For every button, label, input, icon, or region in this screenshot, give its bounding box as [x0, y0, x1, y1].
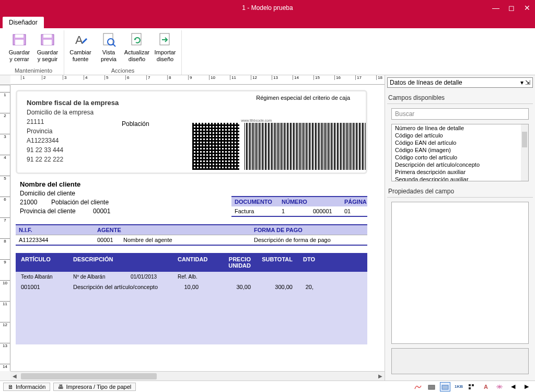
field-list-scrollbar[interactable]: [521, 124, 528, 181]
horizontal-scrollbar[interactable]: ◀ ▶: [10, 371, 385, 381]
view-mode-6-icon[interactable]: A: [481, 382, 491, 391]
view-mode-3-icon[interactable]: [440, 382, 450, 391]
scroll-left-small-icon[interactable]: ◀: [508, 382, 518, 391]
barcode-label: www.tthbcode.com: [241, 119, 272, 122]
client-city: Población del cliente: [51, 199, 109, 206]
maximize-button[interactable]: ◻: [504, 0, 519, 16]
printer-icon: 🖶: [58, 384, 64, 390]
ruler-vertical: 12345678910111213141516: [0, 85, 10, 371]
fields-title: Campos disponibles: [387, 92, 533, 104]
save-close-button[interactable]: Guardar y cerrar: [6, 30, 32, 66]
field-item[interactable]: Código EAN del artículo: [392, 139, 528, 146]
client-code: 00001: [93, 207, 110, 215]
save-continue-icon: [39, 31, 56, 48]
ribbon-group-maintenance: Mantenimiento: [15, 66, 52, 75]
ribbon-group-actions: Acciones: [111, 66, 135, 75]
info-button[interactable]: 🗎 Información: [3, 383, 50, 391]
props-title: Propiedades del campo: [387, 186, 533, 198]
client-block[interactable]: Nombre del cliente Domicilio del cliente…: [16, 180, 367, 215]
svg-rect-2: [15, 40, 24, 45]
client-province: Provincia del cliente: [20, 207, 76, 215]
svg-rect-14: [469, 387, 471, 389]
change-font-button[interactable]: A Cambiar fuente: [67, 30, 94, 66]
view-mode-5-icon[interactable]: [467, 382, 478, 391]
properties-footer: [391, 348, 529, 374]
svg-rect-4: [43, 34, 52, 38]
svg-rect-12: [442, 385, 448, 389]
import-design-button[interactable]: Importar diseño: [152, 30, 178, 66]
statusbar: 🗎 Información 🖶 Impresora / Tipo de pape…: [0, 381, 535, 392]
font-icon: A: [72, 31, 89, 48]
properties-box[interactable]: [391, 202, 529, 344]
document-table[interactable]: DOCUMENTONÚMEROPÁGINA Factura100000101: [231, 196, 367, 217]
field-item[interactable]: Código corto del artículo: [392, 154, 528, 161]
regimen-text: Régimen especial del criterio de caja: [256, 95, 350, 101]
view-mode-4-icon[interactable]: 1KB: [453, 382, 464, 391]
ribbon-tabs: Diseñador: [0, 16, 535, 28]
field-item[interactable]: Descripción del artículo/concepto: [392, 161, 528, 168]
save-close-icon: [11, 31, 28, 48]
minimize-button[interactable]: —: [488, 0, 504, 16]
update-design-button[interactable]: Actualizar diseño: [124, 30, 150, 66]
refresh-icon: [129, 31, 145, 48]
save-continue-button[interactable]: Guardar y seguir: [34, 30, 61, 66]
preview-button[interactable]: Vista previa: [96, 30, 122, 66]
close-button[interactable]: ✕: [519, 0, 535, 16]
scroll-left-icon[interactable]: ◀: [10, 373, 19, 379]
view-mode-1-icon[interactable]: [413, 382, 423, 391]
field-item[interactable]: Segunda descripción auxiliar: [392, 176, 528, 181]
svg-rect-15: [472, 384, 474, 386]
search-input[interactable]: Buscar: [391, 108, 529, 120]
design-canvas[interactable]: 1234567891011121314151617181920 12345678…: [0, 75, 385, 381]
nif-table[interactable]: N.I.F.AGENTEFORMA DE PAGO A1122334400001…: [16, 224, 367, 246]
ruler-horizontal: 1234567891011121314151617181920: [10, 75, 385, 85]
tab-designer[interactable]: Diseñador: [3, 17, 44, 28]
scroll-right-small-icon[interactable]: ▶: [521, 382, 532, 391]
field-item[interactable]: Número de línea de detalle: [392, 124, 528, 132]
field-item[interactable]: Código EAN (imagen): [392, 146, 528, 154]
items-table[interactable]: ARTÍCULO DESCRIPCIÓN CANTIDAD PRECIO UNI…: [16, 253, 367, 344]
side-panel: Datos de líneas de detalle ▾ ⇲ Campos di…: [385, 75, 535, 381]
svg-text:A: A: [75, 33, 83, 47]
ribbon: Guardar y cerrar Guardar y seguir Manten…: [0, 28, 535, 75]
svg-rect-1: [15, 34, 24, 38]
titlebar: 1 - Modelo prueba — ◻ ✕: [0, 0, 535, 16]
qrcode-icon[interactable]: [192, 123, 239, 170]
window-title: 1 - Modelo prueba: [242, 4, 293, 11]
svg-rect-13: [469, 384, 471, 386]
svg-rect-11: [428, 385, 435, 389]
field-item[interactable]: Código del artículo: [392, 132, 528, 139]
view-mode-2-icon[interactable]: [426, 382, 437, 391]
field-list[interactable]: Número de línea de detalleCódigo del art…: [391, 124, 529, 181]
scroll-right-icon[interactable]: ▶: [376, 373, 385, 379]
client-name: Nombre del cliente: [20, 180, 363, 188]
svg-rect-5: [43, 40, 52, 45]
data-source-dropdown[interactable]: Datos de líneas de detalle ▾ ⇲: [387, 77, 533, 88]
scroll-thumb[interactable]: [21, 373, 157, 379]
field-item[interactable]: Primera descripción auxiliar: [392, 168, 528, 176]
barcode-icon[interactable]: [245, 123, 366, 170]
client-postal: 21000: [20, 199, 37, 206]
printer-button[interactable]: 🖶 Impresora / Tipo de papel: [53, 383, 136, 391]
company-city-label: Población: [122, 120, 149, 128]
info-icon: 🗎: [8, 384, 14, 390]
chevron-down-icon: ▾ ⇲: [520, 79, 530, 86]
view-mode-7-icon[interactable]: [494, 382, 505, 391]
import-icon: [157, 31, 173, 48]
company-block[interactable]: Nombre fiscal de la empresa Domicilio de…: [16, 90, 367, 174]
preview-icon: [100, 31, 117, 48]
company-address: Domicilio de la empresa: [27, 109, 356, 116]
